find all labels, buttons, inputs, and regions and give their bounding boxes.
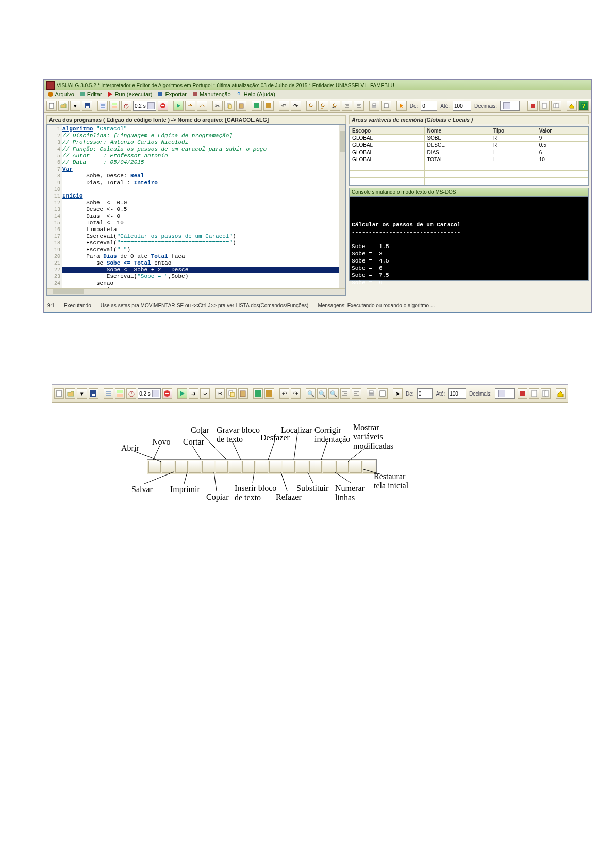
toggle-lines-icon[interactable] — [104, 388, 113, 399]
menu-run[interactable]: Run (executar) — [107, 91, 153, 97]
pointer-icon[interactable]: ➤ — [393, 388, 403, 399]
doc-icon[interactable] — [529, 388, 539, 399]
title-bar[interactable]: VISUALG 3.0.5.2 * Interpretador e Editor… — [44, 80, 591, 90]
home-icon[interactable] — [556, 388, 566, 399]
vars-modified-icon[interactable] — [115, 388, 125, 399]
outdent-icon[interactable] — [354, 101, 364, 111]
undo-icon[interactable]: ↶ — [279, 101, 289, 111]
ate-label: Até: — [439, 103, 451, 109]
svg-rect-29 — [542, 103, 546, 108]
print-icon[interactable] — [367, 388, 376, 399]
table-row[interactable]: GLOBALDIASI6 — [350, 149, 588, 156]
dec-combo[interactable] — [500, 101, 520, 111]
indent-fix-icon[interactable] — [340, 388, 350, 399]
docs-icon[interactable] — [551, 101, 561, 111]
timer-icon[interactable] — [126, 388, 136, 399]
de-field[interactable]: 0 — [417, 388, 433, 399]
save-icon[interactable] — [89, 388, 98, 399]
find-icon[interactable] — [306, 101, 317, 111]
dropdown-icon[interactable]: ▾ — [70, 101, 80, 111]
chevron-down-icon[interactable] — [498, 390, 505, 397]
find-next-icon[interactable] — [318, 101, 328, 111]
vars-modified-icon[interactable] — [109, 101, 120, 111]
svg-line-68 — [321, 441, 327, 460]
open-icon[interactable] — [58, 101, 69, 111]
preview-icon[interactable] — [378, 388, 388, 399]
open-icon[interactable] — [65, 388, 75, 399]
editor-hscrollbar[interactable] — [47, 288, 345, 295]
app-icon — [46, 81, 55, 90]
step-over-icon[interactable] — [197, 101, 207, 111]
redo-icon[interactable]: ↷ — [291, 388, 301, 399]
timer-icon[interactable] — [121, 101, 131, 111]
save-block-icon[interactable] — [253, 388, 263, 399]
export-icon[interactable] — [527, 101, 538, 111]
menu-manutencao[interactable]: Manutenção — [192, 91, 231, 97]
help-icon[interactable]: ? — [578, 101, 589, 111]
table-row[interactable]: GLOBALTOTALI10 — [350, 156, 588, 163]
run-icon[interactable] — [173, 101, 184, 111]
console-panel: Console simulando o modo texto do MS-DOS… — [349, 188, 589, 281]
copy-icon[interactable] — [226, 388, 236, 399]
dec-combo[interactable] — [495, 388, 515, 399]
save-block-icon[interactable] — [252, 101, 262, 111]
menu-editar[interactable]: Editar — [79, 91, 102, 97]
svg-rect-54 — [545, 391, 549, 396]
timer-combo[interactable]: 0.2 s — [138, 388, 161, 399]
toggle-lines-icon[interactable] — [97, 101, 108, 111]
svg-line-67 — [308, 472, 313, 483]
stop-icon[interactable] — [158, 101, 168, 111]
menu-help[interactable]: ? Help (Ajuda) — [236, 91, 275, 97]
outdent-icon[interactable] — [352, 388, 361, 399]
svg-rect-45 — [240, 391, 245, 397]
code-editor[interactable]: 1234567891011121314151617181920212223242… — [46, 124, 346, 296]
svg-rect-18 — [239, 104, 243, 108]
replace-icon[interactable]: ab — [330, 101, 340, 111]
de-field[interactable]: 0 — [421, 101, 437, 111]
insert-block-icon[interactable] — [263, 101, 274, 111]
svg-line-55 — [134, 451, 161, 462]
run-icon[interactable] — [177, 388, 187, 399]
print-icon[interactable] — [369, 101, 379, 111]
paste-icon[interactable] — [238, 388, 248, 399]
replace-icon[interactable]: 🔍 — [328, 388, 338, 399]
cut-icon[interactable]: ✂ — [212, 101, 223, 111]
insert-block-icon[interactable] — [264, 388, 274, 399]
ate-field[interactable]: 100 — [448, 388, 466, 399]
chevron-down-icon[interactable] — [152, 390, 159, 397]
preview-icon[interactable] — [381, 101, 391, 111]
new-icon[interactable] — [46, 101, 57, 111]
export-icon[interactable] — [518, 388, 527, 399]
new-icon[interactable] — [54, 388, 64, 399]
stop-icon[interactable] — [162, 388, 172, 399]
find-icon[interactable]: 🔍 — [306, 388, 316, 399]
paste-icon[interactable] — [236, 101, 246, 111]
svg-rect-38 — [117, 394, 123, 397]
timer-combo[interactable]: 0.2 s — [133, 101, 156, 111]
status-pos: 9:1 — [47, 303, 55, 308]
de-label: De: — [404, 391, 416, 397]
docs-icon[interactable] — [541, 388, 551, 399]
step-over-icon[interactable]: ⤻ — [200, 388, 210, 399]
redo-icon[interactable]: ↷ — [291, 101, 301, 111]
home-icon[interactable] — [567, 101, 577, 111]
doc-icon[interactable] — [539, 101, 550, 111]
chevron-down-icon[interactable] — [147, 102, 155, 109]
pointer-icon[interactable] — [396, 101, 407, 111]
chevron-down-icon[interactable] — [503, 102, 510, 109]
menu-arquivo[interactable]: Arquivo — [47, 91, 74, 97]
menu-exportar[interactable]: Exportar — [157, 91, 187, 97]
copy-icon[interactable] — [224, 101, 235, 111]
table-row[interactable]: GLOBALSOBER9 — [350, 135, 588, 142]
dropdown-icon[interactable]: ▾ — [77, 388, 87, 399]
cut-icon[interactable]: ✂ — [215, 388, 225, 399]
undo-icon[interactable]: ↶ — [279, 388, 289, 399]
find-next-icon[interactable]: 🔍 — [317, 388, 327, 399]
ate-field[interactable]: 100 — [453, 101, 471, 111]
save-icon[interactable] — [82, 101, 92, 111]
editor-vscrollbar[interactable] — [339, 125, 345, 289]
step-icon[interactable]: ➔ — [189, 388, 198, 399]
indent-fix-icon[interactable] — [342, 101, 352, 111]
table-row[interactable]: GLOBALDESCER0.5 — [350, 142, 588, 149]
step-icon[interactable] — [185, 101, 195, 111]
